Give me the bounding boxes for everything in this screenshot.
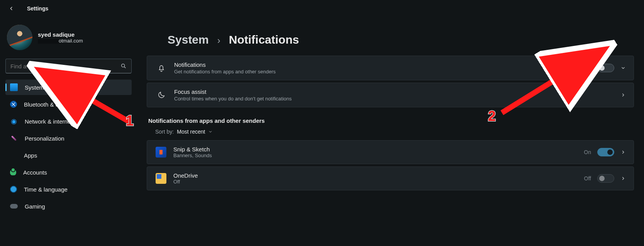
breadcrumb-current: Notifications — [229, 33, 299, 46]
app-toggle — [597, 148, 614, 156]
person-icon — [10, 169, 16, 175]
section-header: Notifications from apps and other sender… — [148, 117, 634, 124]
app-title: Settings — [27, 5, 48, 12]
annotation-number-1: 1 — [126, 113, 134, 129]
back-button[interactable] — [7, 4, 16, 13]
redacted-block — [38, 39, 59, 44]
brush-icon — [8, 133, 19, 144]
card-notifications[interactable]: Notifications Get notifications from app… — [147, 56, 634, 80]
sidebar-item-label: Accounts — [23, 169, 47, 176]
breadcrumb: System › Notifications — [147, 33, 634, 46]
card-focus-assist[interactable]: Focus assist Control times when you do a… — [147, 83, 634, 107]
sidebar-item-network[interactable]: ◉ Network & internet — [5, 114, 132, 129]
card-subtitle: Control times when you do and don't get … — [174, 96, 620, 102]
moon-icon — [156, 91, 167, 99]
annotation-number-2: 2 — [488, 108, 496, 124]
toggle-state-label: Off — [584, 65, 591, 71]
toggle-state-label: Off — [584, 175, 591, 182]
app-name: OneDrive — [173, 172, 584, 179]
notifications-toggle[interactable] — [597, 64, 614, 72]
app-name: Snip & Sketch — [173, 146, 584, 153]
sidebar-item-system[interactable]: System — [5, 80, 132, 95]
chevron-right-icon[interactable] — [620, 149, 626, 155]
profile-block[interactable]: syed sadique otmail.com — [5, 22, 132, 59]
search-box[interactable] — [5, 59, 132, 73]
sort-row: Sort by: Most recent — [155, 129, 634, 135]
bluetooth-icon — [10, 101, 17, 108]
svg-point-0 — [122, 64, 125, 67]
sidebar-item-label: Apps — [24, 152, 37, 159]
sidebar-item-time[interactable]: Time & language — [5, 182, 132, 197]
app-toggle — [597, 174, 614, 183]
chevron-right-icon: › — [217, 35, 220, 46]
sort-dropdown[interactable]: Most recent — [177, 129, 213, 135]
arrow-left-icon — [8, 5, 15, 12]
search-input[interactable] — [10, 63, 111, 70]
search-icon — [120, 63, 127, 69]
app-sub: Banners, Sounds — [173, 153, 584, 158]
profile-name: syed sadique — [38, 31, 83, 38]
app-icon — [156, 173, 166, 184]
sort-label: Sort by: — [155, 129, 174, 135]
wifi-icon: ◉ — [10, 117, 18, 125]
app-icon — [156, 147, 166, 158]
card-subtitle: Get notifications from apps and other se… — [174, 69, 584, 75]
sidebar-item-personalization[interactable]: Personalization — [5, 131, 132, 146]
avatar — [7, 25, 32, 50]
breadcrumb-parent[interactable]: System — [168, 33, 209, 46]
sidebar-item-label: Gaming — [25, 203, 45, 210]
card-title: Notifications — [174, 61, 584, 68]
system-icon — [10, 83, 18, 91]
apps-icon — [10, 152, 17, 159]
clock-icon — [10, 186, 17, 193]
chevron-down-icon[interactable] — [620, 65, 626, 71]
card-title: Focus assist — [174, 88, 620, 95]
sidebar-item-label: Time & language — [24, 186, 68, 193]
app-row-onedrive[interactable]: OneDrive Off Off — [147, 166, 634, 190]
sidebar-item-label: Bluetooth & devices — [24, 101, 75, 108]
chevron-right-icon[interactable] — [620, 176, 626, 181]
sidebar-item-apps[interactable]: Apps — [5, 148, 132, 163]
sidebar-item-label: System — [25, 84, 44, 91]
app-row-snip-sketch[interactable]: Snip & Sketch Banners, Sounds On — [147, 140, 634, 164]
chevron-down-icon — [208, 129, 213, 134]
sidebar-item-bluetooth[interactable]: Bluetooth & devices — [5, 97, 132, 112]
gamepad-icon — [10, 204, 18, 209]
app-sub: Off — [173, 179, 584, 185]
sidebar-item-label: Network & internet — [25, 118, 72, 125]
bell-icon — [156, 64, 167, 72]
chevron-right-icon[interactable] — [620, 92, 626, 98]
toggle-state-label: On — [584, 149, 591, 155]
sidebar-item-label: Personalization — [25, 135, 64, 142]
profile-email: otmail.com — [38, 38, 83, 44]
sidebar-item-gaming[interactable]: Gaming — [5, 198, 132, 214]
sidebar-item-accounts[interactable]: Accounts — [5, 165, 132, 180]
